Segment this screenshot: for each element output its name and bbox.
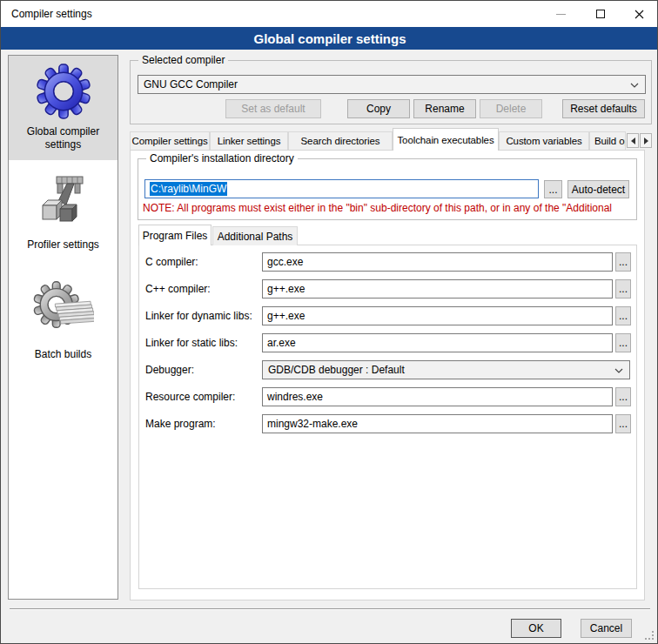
dialog-banner: Global compiler settings [1,27,658,50]
resource-compiler-label: Resource compiler: [145,391,260,403]
c-compiler-label: C compiler: [145,256,260,268]
tab-linker-settings[interactable]: Linker settings [210,131,288,150]
maximize-icon [596,10,605,18]
footer-separator [10,608,650,610]
minimize-button[interactable] [541,1,581,27]
selected-compiler-group-label: Selected compiler [138,54,228,66]
compiler-select[interactable]: GNU GCC Compiler [138,75,646,94]
minimize-icon [556,14,566,15]
tab-custom-variables[interactable]: Custom variables [499,131,589,150]
blue-gear-icon [10,63,117,123]
chevron-down-icon [630,83,639,88]
close-button[interactable] [620,1,658,27]
set-as-default-button: Set as default [225,99,321,118]
chevron-down-icon [614,368,623,373]
c-compiler-browse-button[interactable]: ... [615,252,631,272]
static-linker-label: Linker for static libs: [145,337,260,349]
make-program-browse-button[interactable]: ... [615,414,631,433]
bin-subdirectory-note: NOTE: All programs must exist either in … [143,202,635,214]
resource-compiler-browse-button[interactable]: ... [615,387,631,406]
dynamic-linker-input[interactable]: g++.exe [262,306,613,325]
resize-grip[interactable] [644,630,655,641]
close-icon [634,10,644,19]
dynamic-linker-browse-button[interactable]: ... [615,306,631,325]
sidebar-label-global-compiler-settings[interactable]: Global compiler settings [10,125,117,151]
sidebar-item-profiler-settings[interactable]: Profiler settings [10,238,117,252]
tab-search-directories[interactable]: Search directories [288,131,393,150]
tab-scroll-left-button[interactable] [627,133,639,148]
make-program-label: Make program: [145,418,260,430]
cpp-compiler-label: C++ compiler: [145,283,260,295]
window-title: Compiler settings [11,8,92,20]
dynamic-linker-label: Linker for dynamic libs: [145,310,260,322]
copy-button[interactable]: Copy [347,99,410,118]
banner-title: Global compiler settings [253,31,406,46]
titlebar[interactable]: Compiler settings [1,1,658,27]
tab-compiler-settings[interactable]: Compiler settings [130,131,210,150]
cpp-compiler-input[interactable]: g++.exe [262,279,613,299]
browse-directory-button[interactable]: ... [544,180,562,198]
c-compiler-input[interactable]: gcc.exe [262,252,613,272]
maximize-button[interactable] [581,1,620,27]
cpp-compiler-browse-button[interactable]: ... [615,279,631,299]
profiler-caliper-icon [10,172,117,231]
resource-compiler-input[interactable]: windres.exe [262,387,613,406]
right-arrow-icon [644,138,648,144]
rename-button[interactable]: Rename [413,99,476,118]
tab-build-options[interactable]: Build options [589,131,626,150]
subtab-program-files[interactable]: Program Files [138,225,212,245]
installation-directory-value: C:\raylib\MinGW [150,182,227,196]
compiler-select-value: GNU GCC Compiler [144,78,238,91]
ok-button[interactable]: OK [511,619,561,638]
reset-defaults-button[interactable]: Reset defaults [562,99,645,118]
installation-directory-input[interactable]: C:\raylib\MinGW [144,179,539,198]
sidebar-item-batch-builds[interactable]: Batch builds [10,348,117,361]
delete-button: Delete [480,99,542,118]
tab-toolchain-executables[interactable]: Toolchain executables [393,128,499,151]
debugger-label: Debugger: [145,364,260,376]
auto-detect-button[interactable]: Auto-detect [567,180,629,198]
batch-builds-gear-icon [10,278,117,339]
installation-directory-group-label: Compiler's installation directory [146,152,298,164]
debugger-select[interactable]: GDB/CDB debugger : Default [262,360,630,379]
debugger-select-value: GDB/CDB debugger : Default [268,364,405,376]
settings-category-list: Global compiler settings Profiler settin… [8,55,118,600]
compiler-settings-dialog: Compiler settings Global compiler settin… [0,0,658,644]
cancel-button[interactable]: Cancel [581,619,632,638]
static-linker-browse-button[interactable]: ... [615,333,631,352]
tab-scroll-right-button[interactable] [640,133,652,148]
subtab-additional-paths[interactable]: Additional Paths [212,226,298,245]
make-program-input[interactable]: mingw32-make.exe [262,414,613,433]
left-arrow-icon [631,138,635,144]
static-linker-input[interactable]: ar.exe [262,333,613,352]
